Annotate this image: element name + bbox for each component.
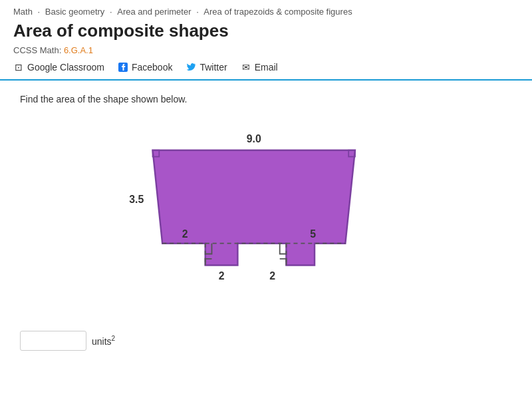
breadcrumb-basic-geometry[interactable]: Basic geometry: [45, 7, 105, 17]
google-classroom-button[interactable]: ⊡ Google Classroom: [13, 62, 104, 73]
breadcrumb: Math · Basic geometry · Area and perimet…: [13, 7, 519, 17]
top-bar: Math · Basic geometry · Area and perimet…: [0, 0, 532, 81]
svg-marker-1: [153, 150, 355, 266]
google-classroom-icon: ⊡: [13, 62, 24, 73]
svg-text:2: 2: [182, 228, 188, 240]
content-area: Find the area of the shape shown below.: [0, 81, 532, 371]
twitter-button[interactable]: Twitter: [186, 62, 227, 73]
svg-text:2: 2: [219, 270, 225, 282]
svg-text:9.0: 9.0: [247, 133, 261, 144]
shape-diagram: 9.0 3.5 2 5 2 2: [126, 118, 406, 304]
share-bar: ⊡ Google Classroom Facebook Twitter ✉ Em…: [13, 62, 519, 73]
breadcrumb-trapezoids[interactable]: Area of trapezoids & composite figures: [203, 7, 352, 17]
breadcrumb-area-perimeter[interactable]: Area and perimeter: [117, 7, 191, 17]
svg-text:5: 5: [310, 228, 316, 240]
ccss-link[interactable]: 6.G.A.1: [64, 45, 93, 55]
svg-text:2: 2: [269, 270, 275, 282]
breadcrumb-math[interactable]: Math: [13, 7, 33, 17]
email-icon: ✉: [241, 62, 251, 73]
ccss-standard: CCSS Math: 6.G.A.1: [13, 45, 519, 55]
twitter-icon: [186, 62, 196, 73]
page-title: Area of composite shapes: [13, 21, 519, 41]
units-label: units2: [92, 335, 115, 347]
email-button[interactable]: ✉ Email: [241, 62, 278, 73]
svg-text:3.5: 3.5: [129, 194, 144, 205]
problem-instruction: Find the area of the shape shown below.: [20, 94, 512, 104]
answer-input[interactable]: [20, 331, 86, 351]
answer-row: units2: [20, 324, 512, 357]
facebook-icon: [118, 62, 128, 73]
facebook-button[interactable]: Facebook: [118, 62, 172, 73]
